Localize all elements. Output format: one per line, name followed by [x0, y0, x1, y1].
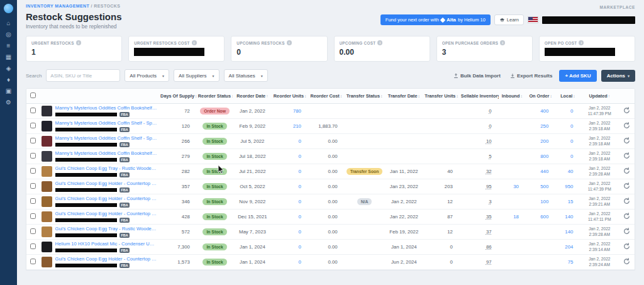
- select-all-header[interactable]: [26, 89, 40, 104]
- table-row[interactable]: Manny's Mysterious Oddities Coffin Books…: [26, 149, 635, 164]
- reorder-units-cell[interactable]: 0: [272, 149, 308, 164]
- keyword-tracker-icon[interactable]: ◈: [0, 65, 17, 72]
- row-checkbox[interactable]: [30, 259, 36, 264]
- table-row[interactable]: Gui's Chicken Coop Egg Tray - Rustic Woo…: [26, 225, 635, 240]
- table-row[interactable]: Gui's Chicken Coop Egg Holder - Countert…: [26, 194, 635, 210]
- learn-button[interactable]: Learn: [494, 14, 524, 25]
- row-checkbox[interactable]: [30, 138, 36, 143]
- refresh-icon[interactable]: [623, 137, 630, 144]
- info-icon[interactable]: i: [500, 40, 505, 45]
- table-row[interactable]: Helium 10 HX10 Podcast Mic - Condenser U…: [26, 240, 635, 255]
- reorder-units-cell[interactable]: 0: [272, 225, 308, 240]
- table-row[interactable]: Gui's Chicken Coop Egg Holder - Countert…: [26, 179, 635, 194]
- reorder-units-cell[interactable]: 0: [272, 194, 308, 210]
- column-header[interactable]: Days Of Supply↕: [159, 89, 197, 104]
- inbound-cell[interactable]: [499, 194, 526, 210]
- sellable-inventory-cell[interactable]: 0: [460, 119, 499, 134]
- inbound-cell[interactable]: [499, 255, 526, 270]
- column-header[interactable]: [619, 89, 635, 104]
- filter-dropdown-1[interactable]: All Products ▾: [125, 69, 169, 82]
- row-checkbox[interactable]: [30, 168, 36, 174]
- on-order-cell[interactable]: [526, 225, 555, 240]
- product-title-link[interactable]: Manny's Mysterious Oddities Coffin Books…: [55, 150, 158, 156]
- reorder-units-cell[interactable]: 0: [272, 179, 308, 194]
- refresh-icon[interactable]: [623, 198, 630, 204]
- row-checkbox[interactable]: [30, 153, 36, 159]
- reorder-units-cell[interactable]: 0: [272, 240, 308, 255]
- info-icon[interactable]: i: [287, 40, 292, 45]
- column-header[interactable]: Reorder Status↕: [197, 89, 233, 104]
- refresh-icon[interactable]: [623, 107, 630, 114]
- product-title-link[interactable]: Manny's Mysterious Oddities Coffin Shelf…: [55, 120, 158, 126]
- filter-dropdown-2[interactable]: All Suppliers ▾: [174, 69, 219, 82]
- column-header[interactable]: Reorder Units↕: [272, 89, 308, 104]
- row-checkbox[interactable]: [30, 228, 36, 234]
- redacted-marketplace-selector[interactable]: [542, 16, 635, 24]
- table-row[interactable]: Gui's Chicken Coop Egg Tray - Rustic Woo…: [26, 164, 635, 179]
- column-header[interactable]: Local↕: [555, 89, 580, 104]
- product-title-link[interactable]: Gui's Chicken Coop Egg Tray - Rustic Woo…: [55, 226, 158, 232]
- actions-button[interactable]: Actions ▾: [601, 70, 635, 82]
- analytics-icon[interactable]: ▦: [0, 54, 17, 60]
- info-icon[interactable]: i: [579, 40, 584, 45]
- row-checkbox[interactable]: [30, 123, 36, 128]
- local-cell[interactable]: 0: [555, 104, 580, 119]
- on-order-cell[interactable]: 250: [526, 119, 555, 134]
- inbound-cell[interactable]: [499, 134, 526, 149]
- inbound-cell[interactable]: 30: [499, 179, 526, 194]
- column-header[interactable]: Transfer Status↕: [345, 89, 385, 104]
- refresh-icon[interactable]: [623, 167, 630, 174]
- table-row[interactable]: Manny's Mysterious Oddities Coffin Shelf…: [26, 134, 635, 149]
- inventory-icon[interactable]: ▣: [0, 88, 17, 94]
- refresh-icon[interactable]: [623, 122, 630, 129]
- reorder-units-cell[interactable]: 0: [272, 164, 308, 179]
- product-title-link[interactable]: Manny's Mysterious Oddities Coffin Shelf…: [55, 135, 158, 141]
- product-title-link[interactable]: Helium 10 HX10 Podcast Mic - Condenser U…: [55, 241, 158, 247]
- info-icon[interactable]: i: [192, 40, 197, 45]
- local-cell[interactable]: 204: [555, 240, 580, 255]
- row-checkbox[interactable]: [30, 213, 36, 219]
- reorder-units-cell[interactable]: 0: [272, 210, 308, 225]
- search-input[interactable]: [46, 69, 120, 82]
- product-title-link[interactable]: Gui's Chicken Coop Egg Holder - Countert…: [55, 211, 158, 216]
- listings-icon[interactable]: ≡: [0, 43, 17, 49]
- sellable-inventory-cell[interactable]: 3: [460, 194, 499, 210]
- column-header[interactable]: Inbound↕: [499, 89, 526, 104]
- product-title-link[interactable]: Gui's Chicken Coop Egg Tray - Rustic Woo…: [55, 165, 158, 171]
- refresh-icon[interactable]: [623, 152, 630, 159]
- breadcrumb-inventory-management[interactable]: INVENTORY MANAGEMENT: [26, 4, 89, 8]
- reorder-units-cell[interactable]: 0: [272, 255, 308, 270]
- us-flag-icon[interactable]: [528, 16, 538, 23]
- helium10-logo[interactable]: [4, 4, 13, 13]
- on-order-cell[interactable]: 100: [526, 194, 555, 210]
- refresh-icon[interactable]: [623, 258, 630, 265]
- inbound-cell[interactable]: [499, 104, 526, 119]
- on-order-cell[interactable]: 500: [526, 179, 555, 194]
- on-order-cell[interactable]: 400: [526, 104, 555, 119]
- table-row[interactable]: Gui's Chicken Coop Egg Holder - Countert…: [26, 210, 635, 225]
- inbound-cell[interactable]: [499, 149, 526, 164]
- export-results-button[interactable]: Export Results: [508, 72, 555, 80]
- refresh-icon[interactable]: [623, 182, 630, 189]
- fund-order-button[interactable]: Fund your next order with Alta by Helium…: [380, 14, 491, 25]
- home-icon[interactable]: ⌂: [0, 20, 17, 26]
- local-cell[interactable]: 15: [555, 194, 580, 210]
- sellable-inventory-cell[interactable]: 86: [460, 240, 499, 255]
- refresh-icon[interactable]: [623, 228, 630, 235]
- product-title-link[interactable]: Gui's Chicken Coop Egg Holder - Countert…: [55, 181, 158, 186]
- marketing-icon[interactable]: ♦: [0, 77, 17, 83]
- on-order-cell[interactable]: 440: [526, 164, 555, 179]
- column-header[interactable]: Updated↑: [580, 89, 619, 104]
- sellable-inventory-cell[interactable]: 32: [460, 164, 499, 179]
- on-order-cell[interactable]: 800: [526, 149, 555, 164]
- info-icon[interactable]: i: [377, 40, 382, 45]
- local-cell[interactable]: 140: [555, 225, 580, 240]
- inbound-cell[interactable]: 18: [499, 210, 526, 225]
- filter-dropdown-3[interactable]: All Statuses ▾: [224, 69, 268, 82]
- reorder-units-cell[interactable]: 0: [272, 134, 308, 149]
- refresh-icon[interactable]: [623, 213, 630, 220]
- local-cell[interactable]: 0: [555, 134, 580, 149]
- on-order-cell[interactable]: [526, 240, 555, 255]
- local-cell[interactable]: 40: [555, 164, 580, 179]
- inbound-cell[interactable]: [499, 240, 526, 255]
